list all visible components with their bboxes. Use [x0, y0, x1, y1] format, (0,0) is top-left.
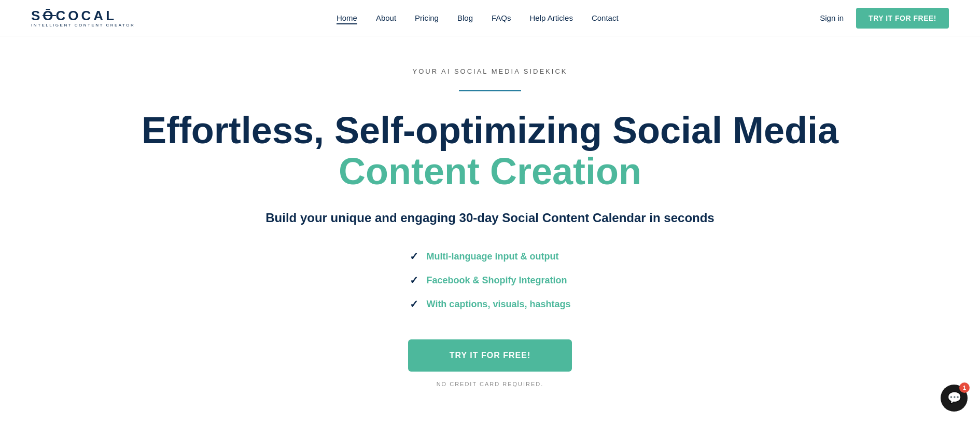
try-free-button-hero[interactable]: TRY IT FOR FREE! — [408, 339, 572, 372]
hero-features-list: ✓ Multi-language input & output ✓ Facebo… — [410, 250, 571, 310]
check-icon-3: ✓ — [410, 298, 418, 310]
chat-bubble[interactable]: 💬 1 — [941, 385, 968, 412]
no-credit-card-text: NO CREDIT CARD REQUIRED. — [437, 381, 544, 387]
logo[interactable]: SŌCOCAL INTELLIGENT CONTENT CREATOR — [31, 9, 135, 28]
hero-headline-dark: Effortless, Self-optimizing Social Media — [142, 110, 838, 151]
logo-subtitle: INTELLIGENT CONTENT CREATOR — [31, 23, 135, 28]
chat-badge: 1 — [959, 382, 970, 393]
nav-item-home[interactable]: Home — [337, 13, 357, 23]
hero-eyebrow: YOUR AI SOCIAL MEDIA SIDEKICK — [413, 67, 568, 75]
nav-link-home[interactable]: Home — [337, 13, 357, 24]
feature-item-2: ✓ Facebook & Shopify Integration — [410, 274, 567, 286]
hero-accent-line — [459, 90, 521, 91]
hero-headline: Effortless, Self-optimizing Social Media… — [127, 110, 853, 192]
hero-headline-teal: Content Creation — [339, 151, 641, 192]
nav-link-contact[interactable]: Contact — [592, 13, 619, 22]
chat-icon: 💬 — [947, 391, 961, 405]
check-icon-2: ✓ — [410, 274, 418, 286]
nav-item-faqs[interactable]: FAQs — [492, 13, 511, 23]
nav-item-contact[interactable]: Contact — [592, 13, 619, 23]
nav-item-blog[interactable]: Blog — [457, 13, 473, 23]
check-icon-1: ✓ — [410, 250, 418, 263]
nav-right: Sign in TRY IT FOR FREE! — [820, 8, 949, 29]
nav-item-about[interactable]: About — [376, 13, 396, 23]
hero-section: YOUR AI SOCIAL MEDIA SIDEKICK Effortless… — [0, 36, 980, 424]
feature-label-1: Multi-language input & output — [427, 251, 559, 262]
nav-item-pricing[interactable]: Pricing — [415, 13, 439, 23]
nav-link-faqs[interactable]: FAQs — [492, 13, 511, 22]
nav-link-blog[interactable]: Blog — [457, 13, 473, 22]
nav-link-about[interactable]: About — [376, 13, 396, 22]
nav-links: Home About Pricing Blog FAQs Help Articl… — [337, 13, 619, 23]
logo-main-text: SŌCOCAL — [31, 9, 117, 22]
feature-item-3: ✓ With captions, visuals, hashtags — [410, 298, 571, 310]
nav-item-help[interactable]: Help Articles — [530, 13, 573, 23]
nav-link-pricing[interactable]: Pricing — [415, 13, 439, 22]
hero-subheadline: Build your unique and engaging 30-day So… — [265, 211, 714, 225]
feature-label-3: With captions, visuals, hashtags — [427, 299, 571, 310]
signin-link[interactable]: Sign in — [820, 13, 844, 22]
try-free-button-nav[interactable]: TRY IT FOR FREE! — [856, 8, 949, 29]
feature-item-1: ✓ Multi-language input & output — [410, 250, 559, 263]
feature-label-2: Facebook & Shopify Integration — [427, 275, 567, 286]
navbar: SŌCOCAL INTELLIGENT CONTENT CREATOR Home… — [0, 0, 980, 36]
nav-link-help[interactable]: Help Articles — [530, 13, 573, 22]
